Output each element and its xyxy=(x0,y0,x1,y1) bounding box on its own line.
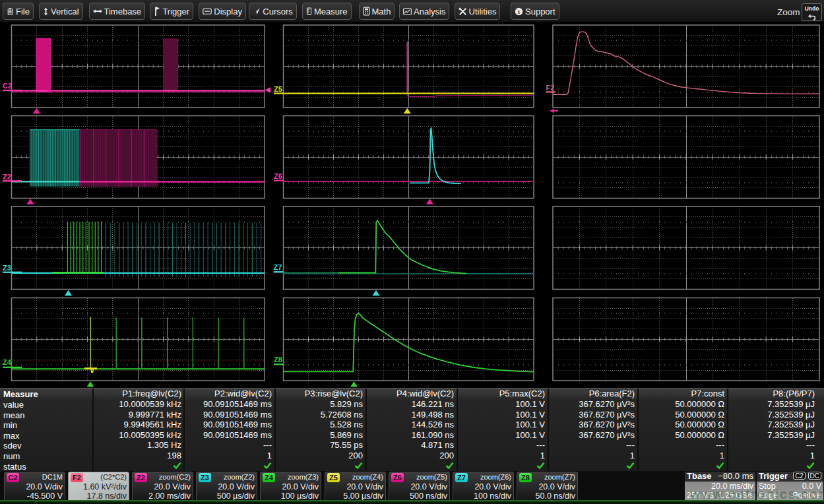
svg-text:C2: C2 xyxy=(3,82,12,90)
svg-text:Z3: Z3 xyxy=(3,264,11,272)
svg-text:Z8: Z8 xyxy=(274,356,282,363)
svg-text:Z6: Z6 xyxy=(274,172,282,180)
svg-text:Z7: Z7 xyxy=(274,263,282,271)
svg-text:F2: F2 xyxy=(546,84,555,92)
svg-text:Z5: Z5 xyxy=(274,85,282,93)
svg-text:Z2: Z2 xyxy=(3,173,11,181)
svg-text:Z4: Z4 xyxy=(3,358,12,366)
